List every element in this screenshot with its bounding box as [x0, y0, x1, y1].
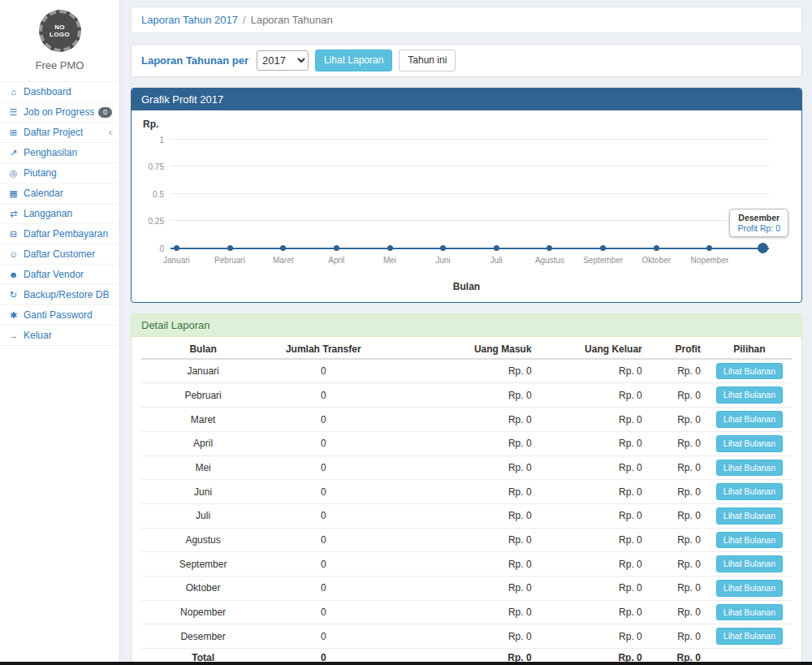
lihat-bulanan-button[interactable]: Lihat Bulanan [716, 386, 783, 404]
sidebar-item-daftar-vendor[interactable]: ☻Daftar Vendor [0, 265, 119, 285]
lihat-bulanan-button[interactable]: Lihat Bulanan [716, 628, 783, 645]
detail-panel-title: Detail Laporan [132, 314, 801, 337]
window-bottom-edge [0, 662, 812, 665]
sidebar-item-label: Ganti Password [24, 309, 93, 321]
income-chart-icon: ↗ [7, 147, 19, 158]
cell-pilihan: Lihat Bulanan [707, 624, 792, 649]
cell-transfer: 0 [265, 624, 382, 649]
chart-point-maret[interactable] [280, 245, 286, 251]
main-content: Laporan Tahun 2017/Laporan Tahunan Lapor… [121, 0, 812, 665]
cell-masuk: Rp. 0 [382, 359, 538, 383]
chart-point-agustus[interactable] [546, 245, 552, 251]
x-tick-label: Januari [163, 256, 190, 265]
chart-point-juli[interactable] [494, 245, 499, 251]
chart-plot: 00.250.50.751JanuariPebruariMaretAprilMe… [171, 140, 769, 248]
chart-point-september[interactable] [600, 245, 606, 251]
chart-point-mei[interactable] [387, 245, 393, 251]
column-header-profit: Profit [649, 340, 707, 359]
chart-point-juni[interactable] [440, 245, 446, 251]
cell-transfer: 0 [265, 600, 382, 624]
lihat-bulanan-button[interactable]: Lihat Bulanan [716, 507, 783, 525]
y-tick-label: 0.5 [153, 189, 164, 198]
y-tick-label: 0 [159, 244, 164, 253]
lihat-laporan-button[interactable]: Lihat Laporan [315, 50, 392, 71]
no-logo-badge: NO LOGO [39, 10, 81, 52]
sidebar-item-penghasilan[interactable]: ↗Penghasilan [0, 143, 119, 163]
cell-transfer: 0 [265, 456, 382, 480]
lihat-bulanan-button[interactable]: Lihat Bulanan [716, 580, 783, 597]
detail-table-wrapper: BulanJumlah TransferUang MasukUang Kelua… [132, 337, 801, 665]
column-header-jumlah-transfer: Jumlah Transfer [265, 340, 382, 359]
vendors-icon: ☻ [7, 269, 19, 280]
table-row-september: September0Rp. 0Rp. 0Rp. 0Lihat Bulanan [141, 552, 792, 576]
cell-keluar: Rp. 0 [538, 480, 649, 504]
chart-point-april[interactable] [334, 245, 339, 251]
cell-profit: Rp. 0 [649, 431, 707, 456]
sidebar-item-daftar-pembayaran[interactable]: ⊟Daftar Pembayaran [0, 224, 119, 244]
count-badge: 0 [98, 107, 112, 118]
dashboard-icon: ⌂ [7, 86, 19, 97]
chart-point-desember[interactable] [758, 243, 768, 253]
cell-keluar: Rp. 0 [538, 431, 649, 456]
x-tick-label: Nopember [691, 256, 729, 265]
lihat-bulanan-button[interactable]: Lihat Bulanan [716, 460, 783, 477]
cell-keluar: Rp. 0 [538, 576, 649, 600]
cell-masuk: Rp. 0 [382, 431, 538, 456]
cell-bulan: Juli [141, 503, 265, 528]
chart-point-nopember[interactable] [706, 245, 712, 251]
cell-keluar: Rp. 0 [538, 456, 649, 480]
cell-masuk: Rp. 0 [382, 552, 538, 576]
cell-masuk: Rp. 0 [382, 383, 538, 408]
cell-bulan: September [141, 552, 265, 576]
sidebar-item-backup-restore-db[interactable]: ↻Backup/Restore DB [0, 285, 119, 305]
breadcrumb-link[interactable]: Laporan Tahun 2017 [141, 14, 238, 26]
sidebar-item-langganan[interactable]: ⇄Langganan [0, 204, 119, 224]
cell-profit: Rp. 0 [649, 503, 707, 528]
sidebar-item-label: Daftar Customer [24, 248, 95, 260]
table-row-desember: Desember0Rp. 0Rp. 0Rp. 0Lihat Bulanan [141, 624, 792, 649]
gridline [171, 220, 769, 221]
cell-masuk: Rp. 0 [382, 408, 538, 432]
password-lock-icon: ✱ [7, 309, 19, 321]
lihat-bulanan-button[interactable]: Lihat Bulanan [716, 604, 783, 621]
detail-report-panel: Detail Laporan BulanJumlah TransferUang … [131, 313, 802, 665]
sidebar-item-job-on-progress[interactable]: ☰Job on Progress0 [0, 102, 119, 123]
chart-point-januari[interactable] [174, 245, 179, 251]
table-row-agustus: Agustus0Rp. 0Rp. 0Rp. 0Lihat Bulanan [141, 528, 792, 552]
x-tick-label: September [583, 256, 623, 265]
sidebar-item-ganti-password[interactable]: ✱Ganti Password [0, 305, 119, 326]
cell-masuk: Rp. 0 [382, 503, 538, 528]
sidebar-item-daftar-customer[interactable]: ☺Daftar Customer [0, 244, 119, 265]
year-select[interactable]: 2017 [257, 50, 309, 71]
sidebar-item-dashboard[interactable]: ⌂Dashboard [0, 82, 119, 102]
lihat-bulanan-button[interactable]: Lihat Bulanan [716, 555, 783, 572]
sidebar-item-piutang[interactable]: ◎Piutang [0, 163, 119, 184]
cell-profit: Rp. 0 [649, 624, 707, 649]
lihat-bulanan-button[interactable]: Lihat Bulanan [716, 411, 783, 428]
sidebar-item-keluar[interactable]: →Keluar [0, 326, 119, 346]
sidebar-item-daftar-project[interactable]: ⊞Daftar Project‹ [0, 123, 119, 143]
column-header-uang-masuk: Uang Masuk [382, 340, 538, 359]
column-header-uang-keluar: Uang Keluar [538, 340, 649, 359]
sidebar-item-label: Dashboard [24, 86, 71, 97]
lihat-bulanan-button[interactable]: Lihat Bulanan [716, 483, 783, 500]
cell-pilihan: Lihat Bulanan [707, 408, 792, 432]
x-axis-label: Bulan [453, 281, 480, 292]
sidebar-item-label: Backup/Restore DB [24, 289, 109, 300]
sidebar-item-calendar[interactable]: ▦Calendar [0, 184, 119, 204]
gridline [171, 193, 769, 194]
chart-point-oktober[interactable] [654, 245, 659, 251]
sidebar-item-label: Piutang [24, 167, 57, 179]
x-tick-label: Mei [383, 256, 396, 265]
tahun-ini-button[interactable]: Tahun ini [399, 50, 456, 71]
x-tick-label: Maret [273, 256, 294, 265]
lihat-bulanan-button[interactable]: Lihat Bulanan [716, 363, 783, 380]
cell-profit: Rp. 0 [649, 383, 707, 408]
sidebar-item-label: Daftar Pembayaran [24, 228, 108, 240]
payments-icon: ⊟ [7, 228, 19, 240]
cell-transfer: 0 [265, 576, 382, 600]
x-tick-label: Pebruari [214, 256, 245, 265]
chart-point-pebruari[interactable] [227, 245, 233, 251]
lihat-bulanan-button[interactable]: Lihat Bulanan [716, 532, 783, 549]
lihat-bulanan-button[interactable]: Lihat Bulanan [716, 435, 783, 452]
